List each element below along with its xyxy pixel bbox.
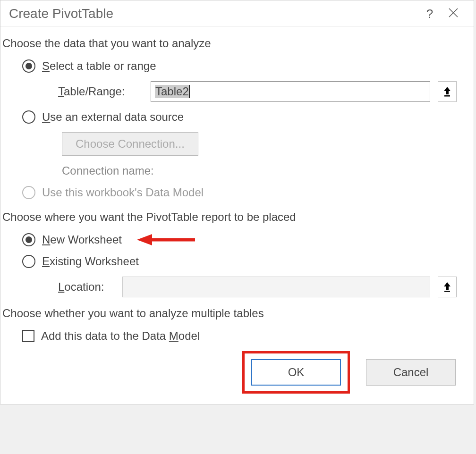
option-new-worksheet[interactable]: New Worksheet [22,233,465,246]
option-workbook-data-model: Use this workbook's Data Model [22,186,465,199]
option-label: Use an external data source [42,110,184,124]
dialog-body: Choose the data that you want to analyze… [0,26,474,404]
section-choose-location: Choose where you want the PivotTable rep… [2,210,465,224]
arrow-up-icon [442,281,452,293]
option-existing-worksheet[interactable]: Existing Worksheet [22,255,465,268]
option-label: New Worksheet [42,233,122,246]
checkbox-icon [22,330,34,342]
choose-connection-button[interactable]: Choose Connection... [62,132,198,156]
option-label: Existing Worksheet [42,255,139,268]
table-range-label: Table/Range: [58,85,143,98]
arrow-up-icon [442,85,452,98]
table-range-value: Table2 [155,85,189,98]
titlebar: Create PivotTable ? [0,0,474,26]
location-label: Location: [58,280,115,294]
radio-icon [22,233,35,246]
help-button[interactable]: ? [418,7,442,21]
option-label: Use this workbook's Data Model [42,186,204,199]
radio-icon [22,255,35,268]
option-add-data-model[interactable]: Add this data to the Data Model [22,329,465,343]
location-input[interactable] [122,277,430,297]
svg-marker-4 [137,234,152,245]
annotation-highlight-ok: OK [242,351,350,394]
location-field: Location: [58,277,465,297]
radio-icon [22,186,35,199]
cancel-button[interactable]: Cancel [366,359,456,386]
dialog-title: Create PivotTable [9,6,418,21]
close-button[interactable] [442,7,465,21]
radio-icon [22,110,35,124]
collapse-dialog-button[interactable] [438,81,457,102]
option-external-source[interactable]: Use an external data source [22,110,465,124]
section-multiple-tables: Choose whether you want to analyze multi… [2,307,465,320]
arrow-left-icon [136,233,197,246]
section-choose-data: Choose the data that you want to analyze [2,37,465,50]
table-range-input[interactable]: Table2 [151,81,430,102]
svg-rect-2 [444,95,450,97]
create-pivottable-dialog: Create PivotTable ? Choose the data that… [0,0,474,404]
annotation-arrow [136,233,197,246]
option-label: Select a table or range [42,59,156,73]
option-select-table-range[interactable]: Select a table or range [22,59,465,73]
option-label: Add this data to the Data Model [41,329,200,343]
table-range-field: Table/Range: Table2 [58,81,465,102]
close-icon [448,8,459,18]
choose-connection-row: Choose Connection... [62,132,465,156]
svg-rect-5 [444,291,450,292]
connection-name-label: Connection name: [62,164,465,177]
dialog-footer: OK Cancel [1,351,465,394]
radio-icon [22,59,35,73]
collapse-dialog-button[interactable] [438,277,457,297]
ok-button[interactable]: OK [251,359,341,386]
